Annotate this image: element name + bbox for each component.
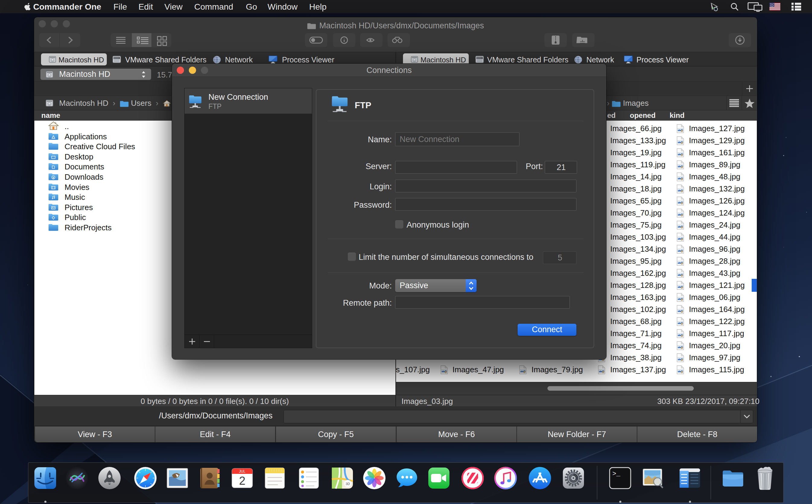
svg-text:2: 2 bbox=[239, 474, 245, 487]
svg-text:3D: 3D bbox=[346, 482, 350, 486]
svg-text:>_: >_ bbox=[612, 470, 621, 478]
svg-text:JUL: JUL bbox=[239, 469, 245, 474]
